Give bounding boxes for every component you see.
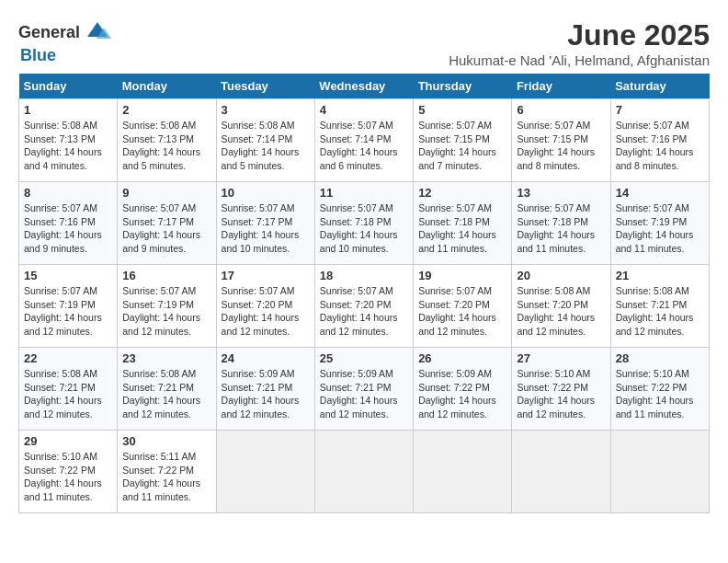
table-cell: 5 Sunrise: 5:07 AMSunset: 7:15 PMDayligh… <box>414 99 512 182</box>
table-cell: 25 Sunrise: 5:09 AMSunset: 7:21 PMDaylig… <box>314 348 413 431</box>
calendar-table: Sunday Monday Tuesday Wednesday Thursday… <box>18 74 710 513</box>
col-saturday: Saturday <box>610 74 709 99</box>
table-cell: 15 Sunrise: 5:07 AMSunset: 7:19 PMDaylig… <box>19 265 118 348</box>
day-number: 6 <box>517 103 605 117</box>
day-number: 26 <box>418 351 506 365</box>
day-detail: Sunrise: 5:07 AMSunset: 7:18 PMDaylight:… <box>320 202 398 254</box>
day-detail: Sunrise: 5:08 AMSunset: 7:13 PMDaylight:… <box>122 120 200 171</box>
logo: General Blue <box>18 18 111 65</box>
page-header: General Blue June 2025 Hukumat-e Nad 'Al… <box>18 18 710 68</box>
table-cell: 30 Sunrise: 5:11 AMSunset: 7:22 PMDaylig… <box>118 431 216 513</box>
day-number: 13 <box>517 186 605 200</box>
day-detail: Sunrise: 5:07 AMSunset: 7:14 PMDaylight:… <box>320 120 398 171</box>
day-number: 15 <box>24 269 112 282</box>
logo-blue: Blue <box>20 46 56 64</box>
day-detail: Sunrise: 5:07 AMSunset: 7:20 PMDaylight:… <box>320 285 398 337</box>
table-cell: 26 Sunrise: 5:09 AMSunset: 7:22 PMDaylig… <box>414 348 512 431</box>
day-detail: Sunrise: 5:07 AMSunset: 7:16 PMDaylight:… <box>616 120 694 171</box>
day-detail: Sunrise: 5:10 AMSunset: 7:22 PMDaylight:… <box>517 368 595 419</box>
day-number: 17 <box>222 269 310 282</box>
week-row-2: 8 Sunrise: 5:07 AMSunset: 7:16 PMDayligh… <box>19 182 710 265</box>
calendar-subtitle: Hukumat-e Nad 'Ali, Helmand, Afghanistan <box>449 52 710 68</box>
table-cell <box>512 431 610 513</box>
day-detail: Sunrise: 5:07 AMSunset: 7:18 PMDaylight:… <box>517 202 595 254</box>
day-number: 8 <box>24 186 112 200</box>
table-cell: 20 Sunrise: 5:08 AMSunset: 7:20 PMDaylig… <box>512 265 610 348</box>
table-cell: 6 Sunrise: 5:07 AMSunset: 7:15 PMDayligh… <box>512 99 610 182</box>
calendar-title: June 2025 <box>449 18 710 52</box>
week-row-3: 15 Sunrise: 5:07 AMSunset: 7:19 PMDaylig… <box>19 265 710 348</box>
day-number: 2 <box>122 103 210 117</box>
day-detail: Sunrise: 5:11 AMSunset: 7:22 PMDaylight:… <box>122 451 200 502</box>
table-cell: 11 Sunrise: 5:07 AMSunset: 7:18 PMDaylig… <box>314 182 413 265</box>
table-cell: 4 Sunrise: 5:07 AMSunset: 7:14 PMDayligh… <box>314 99 413 182</box>
table-cell: 21 Sunrise: 5:08 AMSunset: 7:21 PMDaylig… <box>610 265 709 348</box>
table-cell: 18 Sunrise: 5:07 AMSunset: 7:20 PMDaylig… <box>314 265 413 348</box>
day-number: 7 <box>616 103 704 117</box>
day-detail: Sunrise: 5:09 AMSunset: 7:22 PMDaylight:… <box>418 368 496 419</box>
day-detail: Sunrise: 5:10 AMSunset: 7:22 PMDaylight:… <box>24 451 102 502</box>
day-detail: Sunrise: 5:08 AMSunset: 7:21 PMDaylight:… <box>122 368 200 419</box>
day-number: 22 <box>24 351 112 365</box>
day-number: 5 <box>418 103 506 117</box>
day-number: 1 <box>24 103 112 117</box>
day-number: 4 <box>320 103 408 117</box>
day-detail: Sunrise: 5:07 AMSunset: 7:20 PMDaylight:… <box>418 285 496 337</box>
day-detail: Sunrise: 5:07 AMSunset: 7:20 PMDaylight:… <box>222 285 300 337</box>
table-cell <box>314 431 413 513</box>
col-sunday: Sunday <box>19 74 118 99</box>
day-number: 10 <box>222 186 310 200</box>
col-monday: Monday <box>118 74 216 99</box>
table-cell: 19 Sunrise: 5:07 AMSunset: 7:20 PMDaylig… <box>414 265 512 348</box>
table-cell: 12 Sunrise: 5:07 AMSunset: 7:18 PMDaylig… <box>414 182 512 265</box>
day-number: 16 <box>122 269 210 282</box>
day-number: 27 <box>517 351 605 365</box>
day-detail: Sunrise: 5:08 AMSunset: 7:20 PMDaylight:… <box>517 285 595 337</box>
day-number: 25 <box>320 351 408 365</box>
table-cell: 17 Sunrise: 5:07 AMSunset: 7:20 PMDaylig… <box>216 265 314 348</box>
day-number: 20 <box>517 269 605 282</box>
day-detail: Sunrise: 5:07 AMSunset: 7:15 PMDaylight:… <box>418 120 496 171</box>
day-number: 12 <box>418 186 506 200</box>
table-cell: 29 Sunrise: 5:10 AMSunset: 7:22 PMDaylig… <box>19 431 118 513</box>
day-detail: Sunrise: 5:07 AMSunset: 7:19 PMDaylight:… <box>24 285 102 337</box>
table-cell: 10 Sunrise: 5:07 AMSunset: 7:17 PMDaylig… <box>216 182 314 265</box>
day-number: 28 <box>616 351 704 365</box>
table-cell: 22 Sunrise: 5:08 AMSunset: 7:21 PMDaylig… <box>19 348 118 431</box>
table-cell: 23 Sunrise: 5:08 AMSunset: 7:21 PMDaylig… <box>118 348 216 431</box>
day-detail: Sunrise: 5:07 AMSunset: 7:16 PMDaylight:… <box>24 202 102 254</box>
col-friday: Friday <box>512 74 610 99</box>
table-cell: 13 Sunrise: 5:07 AMSunset: 7:18 PMDaylig… <box>512 182 610 265</box>
week-row-4: 22 Sunrise: 5:08 AMSunset: 7:21 PMDaylig… <box>19 348 710 431</box>
day-number: 23 <box>122 351 210 365</box>
table-cell <box>610 431 709 513</box>
table-cell: 8 Sunrise: 5:07 AMSunset: 7:16 PMDayligh… <box>19 182 118 265</box>
day-detail: Sunrise: 5:08 AMSunset: 7:21 PMDaylight:… <box>616 285 694 337</box>
day-number: 9 <box>122 186 210 200</box>
logo-general: General <box>18 23 80 42</box>
day-detail: Sunrise: 5:07 AMSunset: 7:17 PMDaylight:… <box>122 202 200 254</box>
table-cell: 16 Sunrise: 5:07 AMSunset: 7:19 PMDaylig… <box>118 265 216 348</box>
title-section: June 2025 Hukumat-e Nad 'Ali, Helmand, A… <box>449 18 710 68</box>
table-cell <box>414 431 512 513</box>
day-detail: Sunrise: 5:08 AMSunset: 7:14 PMDaylight:… <box>222 120 300 171</box>
day-detail: Sunrise: 5:10 AMSunset: 7:22 PMDaylight:… <box>616 368 694 419</box>
day-detail: Sunrise: 5:07 AMSunset: 7:17 PMDaylight:… <box>222 202 300 254</box>
col-thursday: Thursday <box>414 74 512 99</box>
table-cell: 3 Sunrise: 5:08 AMSunset: 7:14 PMDayligh… <box>216 99 314 182</box>
day-detail: Sunrise: 5:09 AMSunset: 7:21 PMDaylight:… <box>320 368 398 419</box>
day-number: 18 <box>320 269 408 282</box>
day-detail: Sunrise: 5:08 AMSunset: 7:21 PMDaylight:… <box>24 368 102 419</box>
day-number: 3 <box>222 103 310 117</box>
table-cell <box>216 431 314 513</box>
logo-icon <box>84 18 111 46</box>
day-number: 30 <box>122 434 210 448</box>
day-number: 24 <box>222 351 310 365</box>
col-tuesday: Tuesday <box>216 74 314 99</box>
day-number: 14 <box>616 186 704 200</box>
table-cell: 28 Sunrise: 5:10 AMSunset: 7:22 PMDaylig… <box>610 348 709 431</box>
table-cell: 14 Sunrise: 5:07 AMSunset: 7:19 PMDaylig… <box>610 182 709 265</box>
day-detail: Sunrise: 5:07 AMSunset: 7:18 PMDaylight:… <box>418 202 496 254</box>
week-row-5: 29 Sunrise: 5:10 AMSunset: 7:22 PMDaylig… <box>19 431 710 513</box>
col-wednesday: Wednesday <box>314 74 413 99</box>
